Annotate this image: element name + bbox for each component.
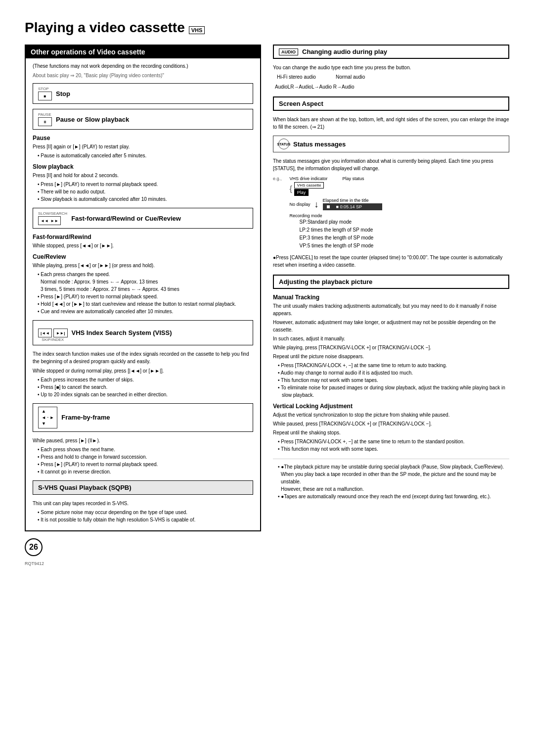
stop-icon-area: STOP ■ [38, 87, 52, 100]
cue-bullet4: Cue and review are automatically cancele… [38, 308, 253, 315]
screen-aspect-label: Screen Aspect [279, 100, 323, 107]
vertical-title: Vertical Locking Adjustment [273, 403, 509, 410]
manual-bullet1: Press [TRACKING/V-LOCK +, −] at the same… [278, 362, 509, 369]
note2: When you play back a tape recorded in ot… [281, 471, 509, 485]
frame-bullet2: Press and hold to change in forward succ… [38, 453, 253, 461]
vp-mode: VP:5 times the length of SP mode [300, 242, 382, 250]
pause-title: Pause [33, 135, 253, 142]
viss-details: The index search function makes use of t… [33, 350, 253, 398]
status-diagram: e.g., VHS drive indicator Play status { … [273, 176, 509, 250]
left-column: Other operations of Video cassette (Thes… [25, 45, 261, 566]
viss-section-box: |◄◄ ►►| SKIP/INDEX VHS Index Search Syst… [33, 320, 253, 345]
frame-icon: ▲◄ · ►▼ [38, 407, 57, 428]
right-column: AUDIO Changing audio during play You can… [273, 45, 509, 566]
audio-body1: You can change the audio type each time … [273, 64, 509, 71]
stop-icon: ■ [38, 92, 52, 100]
bracket-icon: { [290, 185, 292, 193]
viss-body2: While stopped or during normal play, pre… [33, 367, 253, 375]
audio-badge: AUDIO [279, 48, 298, 55]
vertical-bullet2: This function may not work with some tap… [278, 445, 509, 453]
manual-tracking-body1: The unit usually makes tracking adjustme… [273, 302, 509, 317]
pause-icon: II [38, 117, 52, 126]
manual-bullet4: To eliminate noise for paused images or … [278, 384, 509, 399]
elapsed-label: Elapsed time in the title [323, 198, 382, 203]
screen-aspect-box: Screen Aspect [273, 96, 509, 111]
pause-icon-area: PAUSE II [38, 112, 52, 126]
status-body: The status messages give you information… [273, 157, 509, 172]
vertical-body1: Adjust the vertical synchronization to s… [273, 411, 509, 419]
normal-label: Normal audio [336, 73, 365, 81]
stop-label: Stop [56, 90, 70, 97]
frame-icon-area: ▲◄ · ►▼ [38, 407, 57, 428]
frame-section-box: ▲◄ · ►▼ Frame-by-frame [33, 403, 253, 432]
vertical-body3: Repeat until the shaking stops. [273, 429, 509, 436]
ff-section-box: SLOW/SEARCH ◄◄ ►► Fast-forward/Rewind or… [33, 208, 253, 229]
cancel-note: ●Press [CANCEL] to reset the tape counte… [273, 254, 509, 269]
viss-icon2: ►►| [53, 329, 67, 337]
eg-label: e.g., [273, 176, 282, 181]
cue-title: Cue/Review [33, 253, 253, 260]
modes-list: SP:Standard play mode LP:2 times the len… [300, 218, 382, 250]
cue-body: While playing, press [◄◄] or [►►] (or pr… [33, 262, 253, 269]
slow-body1: Press [II] and hold for about 2 seconds. [33, 172, 253, 179]
hifi-label: Hi-Fi stereo audio [277, 73, 316, 81]
manual-tracking-body2: However, automatic adjustment may take l… [273, 319, 509, 333]
time-dot-icon [327, 205, 330, 208]
audio-types: Hi-Fi stereo audio Normal audio [277, 73, 509, 82]
page-number: 26 [25, 538, 43, 556]
other-operations-box: Other operations of Video cassette (Thes… [25, 45, 261, 531]
pause-body1: Press [II] again or [►] (PLAY) to restar… [33, 143, 253, 150]
play-label: Play [294, 189, 309, 196]
audio-section-box: AUDIO Changing audio during play [273, 45, 509, 59]
viss-sub-label [38, 324, 68, 328]
play-status-label: Play status [343, 176, 364, 181]
ff-icon: ◄◄ ►► [38, 216, 61, 225]
manual-tracking-body3: In such cases, adjust it manually. [273, 335, 509, 342]
footer-code: RQT9412 [25, 561, 261, 566]
viss-icon1: |◄◄ [38, 329, 52, 337]
notes-section: ●The playback picture may be unstable du… [273, 459, 509, 500]
frame-details: While paused, press [►] (II►). Each pres… [33, 437, 253, 475]
pause-bullet1: Pause is automatically canceled after 5 … [38, 152, 253, 159]
status-circle-icon: STATUS [278, 139, 289, 149]
note4: ●Tapes are automatically rewound once th… [278, 493, 509, 500]
manual-bullet2: Audio may change to normal audio if it i… [278, 369, 509, 377]
note3: However, these are not a malfunction. [281, 485, 509, 493]
frame-bullet1: Each press shows the next frame. [38, 446, 253, 453]
cue-bullet1: Each press changes the speed. [38, 271, 253, 278]
note1: ●The playback picture may be unstable du… [278, 463, 509, 471]
status-section-box: STATUS Status messages [273, 136, 509, 152]
frame-bullet3: Press [►] (PLAY) to revert to normal pla… [38, 461, 253, 468]
other-operations-header: Other operations of Video cassette [26, 46, 260, 58]
adjusting-label: Adjusting the playback picture [279, 278, 372, 285]
svhs-body1: This unit can play tapes recorded in S-V… [33, 500, 253, 507]
vhs-cassette-label: VHS cassette [294, 182, 324, 189]
recording-mode-label: Recording mode [290, 213, 382, 218]
svhs-section-box: S-VHS Quasi Playback (SQPB) [33, 480, 253, 495]
mode-3-5: 3 times, 5 times mode : Approx. 27 times… [41, 285, 253, 293]
adjusting-details: Manual Tracking The unit usually makes t… [273, 294, 509, 453]
manual-tracking-body4: While playing, press [TRACKING/V-LOCK +]… [273, 344, 509, 351]
slow-bullet3: Slow playback is automatically canceled … [38, 195, 253, 203]
slow-title: Slow playback [33, 163, 253, 170]
audio-label: Changing audio during play [302, 48, 387, 55]
other-operations-sub: (These functions may not work depending … [33, 63, 253, 69]
svhs-bullet1: Some picture noise may occur depending o… [38, 509, 253, 516]
no-display-label: No display [290, 202, 311, 207]
manual-bullet3: This function may not work with some tap… [278, 377, 509, 384]
stop-section-box: STOP ■ Stop [33, 83, 253, 104]
viss-skip-label: SKIP/INDEX [38, 337, 68, 342]
pause-section-box: PAUSE II Pause or Slow playback [33, 109, 253, 130]
status-label: Status messages [293, 141, 346, 148]
ref-line: About basic play ⇒ 20, "Basic play (Play… [33, 73, 253, 78]
viss-label: VHS Index Search System (VISS) [72, 329, 172, 336]
ff-icon-area: SLOW/SEARCH ◄◄ ►► [38, 211, 67, 225]
screen-aspect-details: When black bars are shown at the top, bo… [273, 116, 509, 131]
vhs-drive-label: VHS drive indicator [290, 176, 328, 181]
status-details: The status messages give you information… [273, 157, 509, 269]
svhs-bullet2: It is not possible to fully obtain the h… [38, 516, 253, 523]
pause-details: Pause Press [II] again or [►] (PLAY) to … [33, 135, 253, 203]
ff-label: Fast-forward/Rewind or Cue/Review [71, 215, 181, 222]
svhs-label: S-VHS Quasi Playback (SQPB) [38, 484, 132, 491]
frame-bullet4: It cannot go in reverse direction. [38, 468, 253, 475]
